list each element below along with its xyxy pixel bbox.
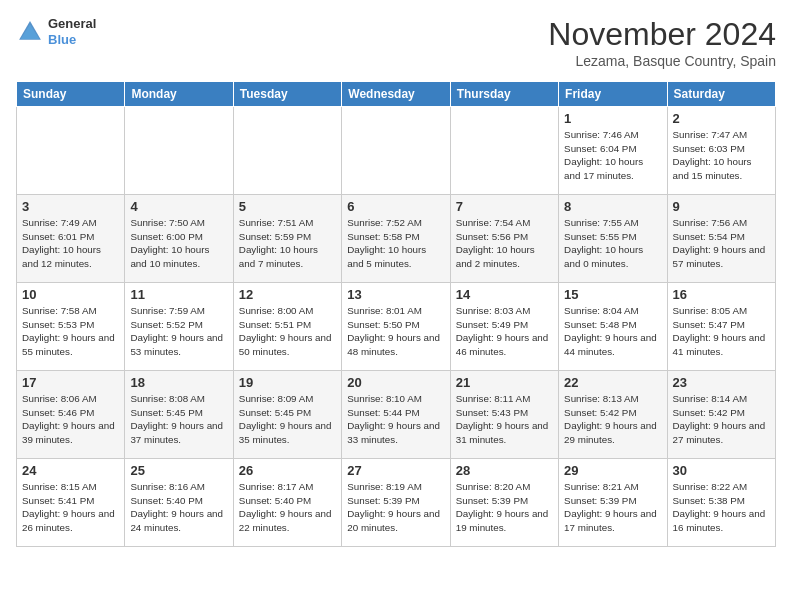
calendar-cell: 24Sunrise: 8:15 AMSunset: 5:41 PMDayligh… (17, 459, 125, 547)
day-number: 6 (347, 199, 444, 214)
calendar-header-row: SundayMondayTuesdayWednesdayThursdayFrid… (17, 82, 776, 107)
month-title: November 2024 (548, 16, 776, 53)
day-number: 16 (673, 287, 770, 302)
day-number: 2 (673, 111, 770, 126)
day-info: Sunrise: 7:51 AMSunset: 5:59 PMDaylight:… (239, 216, 336, 271)
day-number: 7 (456, 199, 553, 214)
day-info: Sunrise: 7:55 AMSunset: 5:55 PMDaylight:… (564, 216, 661, 271)
logo-line1: General (48, 16, 96, 32)
calendar-cell: 4Sunrise: 7:50 AMSunset: 6:00 PMDaylight… (125, 195, 233, 283)
logo-icon (16, 18, 44, 46)
day-info: Sunrise: 8:01 AMSunset: 5:50 PMDaylight:… (347, 304, 444, 359)
calendar-cell: 20Sunrise: 8:10 AMSunset: 5:44 PMDayligh… (342, 371, 450, 459)
day-number: 3 (22, 199, 119, 214)
day-info: Sunrise: 8:05 AMSunset: 5:47 PMDaylight:… (673, 304, 770, 359)
calendar-cell: 11Sunrise: 7:59 AMSunset: 5:52 PMDayligh… (125, 283, 233, 371)
header-friday: Friday (559, 82, 667, 107)
calendar-week-row: 1Sunrise: 7:46 AMSunset: 6:04 PMDaylight… (17, 107, 776, 195)
calendar-cell: 1Sunrise: 7:46 AMSunset: 6:04 PMDaylight… (559, 107, 667, 195)
day-number: 23 (673, 375, 770, 390)
header-saturday: Saturday (667, 82, 775, 107)
svg-marker-2 (21, 24, 40, 39)
calendar-cell: 9Sunrise: 7:56 AMSunset: 5:54 PMDaylight… (667, 195, 775, 283)
day-number: 29 (564, 463, 661, 478)
day-number: 1 (564, 111, 661, 126)
header-tuesday: Tuesday (233, 82, 341, 107)
calendar-cell (17, 107, 125, 195)
day-number: 19 (239, 375, 336, 390)
day-number: 11 (130, 287, 227, 302)
calendar-week-row: 3Sunrise: 7:49 AMSunset: 6:01 PMDaylight… (17, 195, 776, 283)
day-info: Sunrise: 8:08 AMSunset: 5:45 PMDaylight:… (130, 392, 227, 447)
header-sunday: Sunday (17, 82, 125, 107)
day-info: Sunrise: 8:21 AMSunset: 5:39 PMDaylight:… (564, 480, 661, 535)
day-info: Sunrise: 8:00 AMSunset: 5:51 PMDaylight:… (239, 304, 336, 359)
day-info: Sunrise: 7:56 AMSunset: 5:54 PMDaylight:… (673, 216, 770, 271)
calendar-cell (233, 107, 341, 195)
calendar-cell: 25Sunrise: 8:16 AMSunset: 5:40 PMDayligh… (125, 459, 233, 547)
calendar-cell: 23Sunrise: 8:14 AMSunset: 5:42 PMDayligh… (667, 371, 775, 459)
calendar-week-row: 10Sunrise: 7:58 AMSunset: 5:53 PMDayligh… (17, 283, 776, 371)
day-info: Sunrise: 8:10 AMSunset: 5:44 PMDaylight:… (347, 392, 444, 447)
day-info: Sunrise: 8:20 AMSunset: 5:39 PMDaylight:… (456, 480, 553, 535)
calendar-cell: 16Sunrise: 8:05 AMSunset: 5:47 PMDayligh… (667, 283, 775, 371)
day-number: 25 (130, 463, 227, 478)
day-info: Sunrise: 8:11 AMSunset: 5:43 PMDaylight:… (456, 392, 553, 447)
calendar-cell: 7Sunrise: 7:54 AMSunset: 5:56 PMDaylight… (450, 195, 558, 283)
calendar-cell: 14Sunrise: 8:03 AMSunset: 5:49 PMDayligh… (450, 283, 558, 371)
day-info: Sunrise: 7:59 AMSunset: 5:52 PMDaylight:… (130, 304, 227, 359)
day-number: 28 (456, 463, 553, 478)
day-info: Sunrise: 8:19 AMSunset: 5:39 PMDaylight:… (347, 480, 444, 535)
day-info: Sunrise: 7:50 AMSunset: 6:00 PMDaylight:… (130, 216, 227, 271)
day-info: Sunrise: 8:06 AMSunset: 5:46 PMDaylight:… (22, 392, 119, 447)
calendar-week-row: 17Sunrise: 8:06 AMSunset: 5:46 PMDayligh… (17, 371, 776, 459)
day-info: Sunrise: 8:09 AMSunset: 5:45 PMDaylight:… (239, 392, 336, 447)
page-header: General Blue November 2024 Lezama, Basqu… (16, 16, 776, 69)
day-number: 15 (564, 287, 661, 302)
calendar-cell (342, 107, 450, 195)
day-info: Sunrise: 8:16 AMSunset: 5:40 PMDaylight:… (130, 480, 227, 535)
day-number: 12 (239, 287, 336, 302)
calendar-cell: 21Sunrise: 8:11 AMSunset: 5:43 PMDayligh… (450, 371, 558, 459)
calendar-cell (125, 107, 233, 195)
calendar-cell: 15Sunrise: 8:04 AMSunset: 5:48 PMDayligh… (559, 283, 667, 371)
logo: General Blue (16, 16, 96, 47)
day-number: 22 (564, 375, 661, 390)
day-info: Sunrise: 7:46 AMSunset: 6:04 PMDaylight:… (564, 128, 661, 183)
day-info: Sunrise: 8:22 AMSunset: 5:38 PMDaylight:… (673, 480, 770, 535)
calendar-cell: 12Sunrise: 8:00 AMSunset: 5:51 PMDayligh… (233, 283, 341, 371)
day-number: 5 (239, 199, 336, 214)
calendar-cell: 18Sunrise: 8:08 AMSunset: 5:45 PMDayligh… (125, 371, 233, 459)
calendar-cell: 19Sunrise: 8:09 AMSunset: 5:45 PMDayligh… (233, 371, 341, 459)
day-number: 18 (130, 375, 227, 390)
calendar-cell: 3Sunrise: 7:49 AMSunset: 6:01 PMDaylight… (17, 195, 125, 283)
calendar-cell: 22Sunrise: 8:13 AMSunset: 5:42 PMDayligh… (559, 371, 667, 459)
calendar-table: SundayMondayTuesdayWednesdayThursdayFrid… (16, 81, 776, 547)
day-info: Sunrise: 7:47 AMSunset: 6:03 PMDaylight:… (673, 128, 770, 183)
day-number: 9 (673, 199, 770, 214)
day-number: 10 (22, 287, 119, 302)
calendar-cell: 13Sunrise: 8:01 AMSunset: 5:50 PMDayligh… (342, 283, 450, 371)
day-number: 24 (22, 463, 119, 478)
calendar-cell: 28Sunrise: 8:20 AMSunset: 5:39 PMDayligh… (450, 459, 558, 547)
calendar-cell: 30Sunrise: 8:22 AMSunset: 5:38 PMDayligh… (667, 459, 775, 547)
day-info: Sunrise: 8:14 AMSunset: 5:42 PMDaylight:… (673, 392, 770, 447)
day-info: Sunrise: 8:04 AMSunset: 5:48 PMDaylight:… (564, 304, 661, 359)
header-monday: Monday (125, 82, 233, 107)
day-number: 20 (347, 375, 444, 390)
calendar-cell (450, 107, 558, 195)
header-wednesday: Wednesday (342, 82, 450, 107)
day-info: Sunrise: 8:03 AMSunset: 5:49 PMDaylight:… (456, 304, 553, 359)
day-info: Sunrise: 8:15 AMSunset: 5:41 PMDaylight:… (22, 480, 119, 535)
day-info: Sunrise: 8:17 AMSunset: 5:40 PMDaylight:… (239, 480, 336, 535)
day-info: Sunrise: 7:58 AMSunset: 5:53 PMDaylight:… (22, 304, 119, 359)
day-info: Sunrise: 7:54 AMSunset: 5:56 PMDaylight:… (456, 216, 553, 271)
calendar-cell: 10Sunrise: 7:58 AMSunset: 5:53 PMDayligh… (17, 283, 125, 371)
calendar-week-row: 24Sunrise: 8:15 AMSunset: 5:41 PMDayligh… (17, 459, 776, 547)
location-subtitle: Lezama, Basque Country, Spain (548, 53, 776, 69)
calendar-cell: 6Sunrise: 7:52 AMSunset: 5:58 PMDaylight… (342, 195, 450, 283)
day-number: 21 (456, 375, 553, 390)
day-number: 17 (22, 375, 119, 390)
calendar-cell: 2Sunrise: 7:47 AMSunset: 6:03 PMDaylight… (667, 107, 775, 195)
calendar-cell: 5Sunrise: 7:51 AMSunset: 5:59 PMDaylight… (233, 195, 341, 283)
